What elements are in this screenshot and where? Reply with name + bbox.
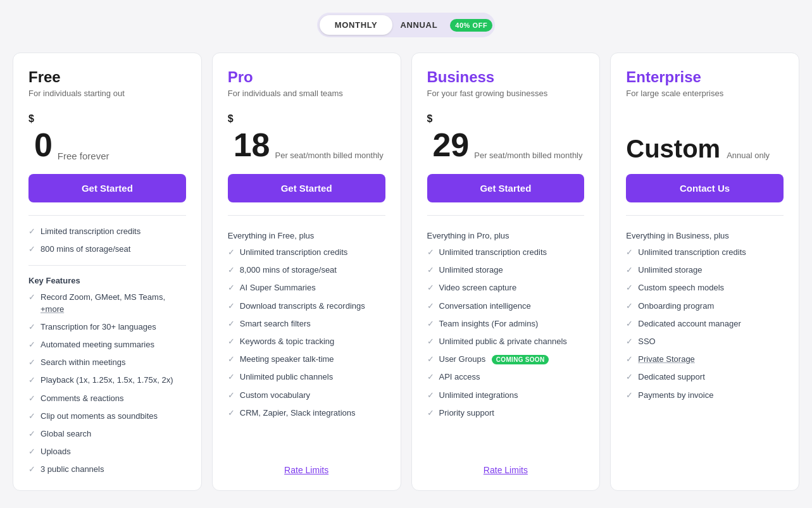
- list-item: ✓ Unlimited storage: [427, 264, 585, 276]
- billing-toggle: MONTHLY ANNUAL 40% OFF: [13, 13, 799, 37]
- list-item: ✓ 800 mins of storage/seat: [28, 244, 186, 255]
- enterprise-cta-button[interactable]: Contact Us: [626, 174, 784, 202]
- feature-text: Unlimited transcription credits: [439, 247, 547, 258]
- list-item: ✓ Unlimited transcription credits: [228, 247, 385, 258]
- business-plus-label: Everything in Pro, plus: [427, 231, 585, 240]
- list-item: ✓ Keywords & topic tracking: [228, 336, 385, 347]
- check-icon: ✓: [228, 319, 235, 328]
- feature-text: Automated meeting summaries: [41, 339, 154, 350]
- check-icon: ✓: [427, 247, 434, 257]
- feature-text: Dedicated account manager: [638, 318, 741, 330]
- feature-text: Playback (1x, 1.25x, 1.5x, 1.75x, 2x): [41, 375, 173, 386]
- check-icon: ✓: [427, 354, 434, 364]
- free-cta-button[interactable]: Get Started: [28, 174, 186, 202]
- free-base-features: ✓ Limited transcription credits ✓ 800 mi…: [28, 226, 186, 255]
- check-icon: ✓: [427, 372, 434, 381]
- list-item: ✓ Custom vocabulary: [228, 390, 385, 401]
- free-price-amount: 0: [34, 128, 53, 161]
- pro-price-dollar: $: [228, 113, 234, 125]
- feature-text: Private Storage: [638, 354, 695, 365]
- feature-text: Meeting speaker talk-time: [240, 354, 334, 365]
- check-icon: ✓: [427, 283, 434, 292]
- list-item: ✓ Automated meeting summaries: [28, 339, 186, 350]
- list-item: ✓ Unlimited transcription credits: [626, 247, 784, 258]
- feature-text: SSO: [638, 336, 655, 347]
- feature-text: Smart search filters: [240, 318, 311, 330]
- list-item: ✓ Download transcripts & recordings: [228, 300, 385, 312]
- pro-price-amount: 18: [234, 128, 270, 161]
- more-link[interactable]: +more: [41, 304, 64, 314]
- check-icon: ✓: [228, 247, 235, 257]
- pro-plan-subtitle: For individuals and small teams: [228, 89, 385, 98]
- pro-rate-limits[interactable]: Rate Limits: [228, 452, 385, 475]
- check-icon: ✓: [28, 393, 35, 403]
- list-item: ✓ Payments by invoice: [626, 390, 784, 401]
- feature-text: Comments & reactions: [41, 393, 124, 404]
- list-item: ✓ Unlimited integrations: [427, 390, 585, 401]
- business-rate-limits[interactable]: Rate Limits: [427, 452, 585, 475]
- check-icon: ✓: [28, 447, 35, 456]
- check-icon: ✓: [427, 319, 434, 328]
- check-icon: ✓: [28, 464, 35, 474]
- pro-cta-button[interactable]: Get Started: [228, 174, 385, 202]
- list-item: ✓ API access: [427, 371, 585, 383]
- list-item: ✓ 8,000 mins of storage/seat: [228, 264, 385, 276]
- free-price-dollar: $: [28, 113, 34, 125]
- list-item: ✓ Transcription for 30+ languages: [28, 321, 186, 333]
- business-price-amount: 29: [432, 128, 469, 161]
- enterprise-divider: [626, 215, 784, 216]
- pro-price-desc: Per seat/month billed monthly: [275, 151, 384, 161]
- business-price-section: $ 29 Per seat/month billed monthly: [427, 111, 585, 161]
- check-icon: ✓: [427, 265, 434, 275]
- business-features: ✓ Unlimited transcription credits ✓ Unli…: [427, 247, 585, 419]
- private-storage-link[interactable]: Private Storage: [638, 354, 695, 364]
- check-icon: ✓: [228, 354, 235, 364]
- pro-plan-card: Pro For individuals and small teams $ 18…: [212, 53, 401, 491]
- list-item: ✓ Limited transcription credits: [28, 226, 186, 237]
- enterprise-plus-label: Everything in Business, plus: [626, 231, 784, 240]
- check-icon: ✓: [228, 301, 235, 311]
- feature-text: Unlimited storage: [439, 264, 503, 276]
- check-icon: ✓: [28, 429, 35, 438]
- plans-grid: Free For individuals starting out $ 0 Fr…: [13, 53, 799, 491]
- check-icon: ✓: [228, 390, 235, 400]
- feature-text: API access: [439, 371, 480, 383]
- list-item: ✓ Smart search filters: [228, 318, 385, 330]
- feature-text: Global search: [41, 428, 91, 440]
- business-plan-name: Business: [427, 68, 585, 86]
- check-icon: ✓: [626, 265, 633, 275]
- key-features-label: Key Features: [28, 276, 186, 285]
- check-icon: ✓: [427, 301, 434, 311]
- business-plan-subtitle: For your fast growing businesses: [427, 89, 585, 98]
- feature-text: Team insights (For admins): [439, 318, 539, 330]
- feature-text: Custom vocabulary: [240, 390, 310, 401]
- pro-plus-label: Everything in Free, plus: [228, 231, 385, 240]
- check-icon: ✓: [228, 283, 235, 292]
- business-price-desc: Per seat/month billed monthly: [474, 151, 582, 161]
- check-icon: ✓: [427, 337, 434, 346]
- check-icon: ✓: [626, 354, 633, 364]
- feature-text: 3 public channels: [41, 464, 104, 475]
- monthly-toggle[interactable]: MONTHLY: [320, 15, 393, 35]
- list-item: ✓ Dedicated support: [626, 371, 784, 383]
- feature-text: Unlimited transcription credits: [638, 247, 746, 258]
- feature-text: AI Super Summaries: [240, 282, 316, 294]
- pro-features: ✓ Unlimited transcription credits ✓ 8,00…: [228, 247, 385, 419]
- check-icon: ✓: [626, 372, 633, 381]
- feature-text: Unlimited public channels: [240, 371, 333, 383]
- business-cta-button[interactable]: Get Started: [427, 174, 585, 202]
- free-divider: [28, 215, 186, 216]
- list-item: ✓ Priority support: [427, 407, 585, 419]
- user-groups-label: User Groups: [439, 354, 486, 364]
- check-icon: ✓: [228, 265, 235, 275]
- feature-text: Unlimited transcription credits: [240, 247, 348, 258]
- feature-text: Transcription for 30+ languages: [41, 321, 156, 333]
- discount-badge: 40% OFF: [450, 19, 492, 32]
- enterprise-price-custom: Custom: [626, 136, 720, 161]
- feature-text: Dedicated support: [638, 371, 705, 383]
- list-item: ✓ Unlimited transcription credits: [427, 247, 585, 258]
- feature-text: Uploads: [41, 446, 71, 457]
- enterprise-plan-card: Enterprise For large scale enterprises C…: [610, 53, 799, 491]
- business-price-dollar: $: [427, 113, 433, 125]
- check-icon: ✓: [28, 322, 35, 331]
